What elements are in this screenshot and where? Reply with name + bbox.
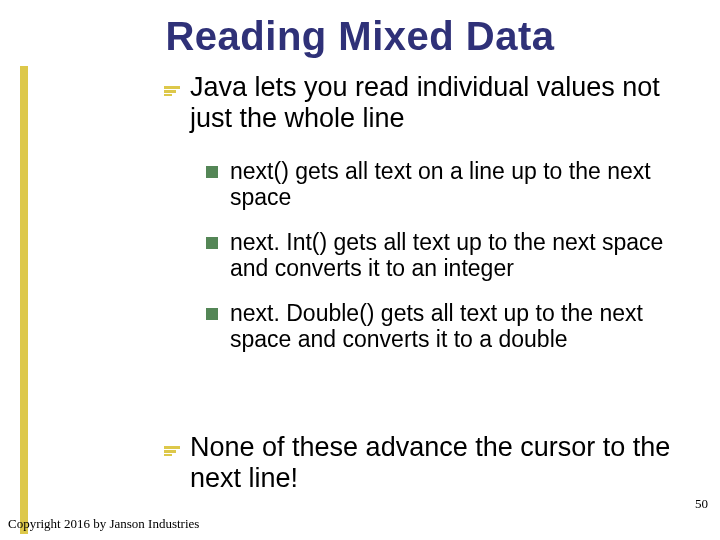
copyright-footer: Copyright 2016 by Janson Industries [8,516,199,532]
list-item: None of these advance the cursor to the … [164,432,684,494]
svg-rect-0 [164,86,180,89]
bullet-list-level1: Java lets you read individual values not… [164,72,684,148]
decoration-sidebar [20,66,28,534]
list-item-text: next. Int() gets all text up to the next… [230,229,686,282]
svg-rect-2 [164,94,172,96]
list-item-text: Java lets you read individual values not… [190,72,684,134]
svg-rect-1 [164,90,176,93]
bullet-list-level1-closing: None of these advance the cursor to the … [164,420,684,508]
svg-rect-3 [164,446,180,449]
bullet-marker-icon [164,86,180,96]
svg-rect-4 [164,450,176,453]
square-bullet-icon [206,166,218,178]
list-item-text: next() gets all text on a line up to the… [230,158,686,211]
list-item-text: None of these advance the cursor to the … [190,432,684,494]
list-item: next. Int() gets all text up to the next… [206,229,686,282]
slide: Reading Mixed Data Java lets you read in… [0,0,720,540]
list-item: next. Double() gets all text up to the n… [206,300,686,353]
svg-rect-5 [164,454,172,456]
square-bullet-icon [206,237,218,249]
list-item-text: next. Double() gets all text up to the n… [230,300,686,353]
list-item: Java lets you read individual values not… [164,72,684,134]
bullet-list-level2: next() gets all text on a line up to the… [206,158,686,371]
page-number: 50 [695,496,708,512]
bullet-marker-icon [164,446,180,456]
list-item: next() gets all text on a line up to the… [206,158,686,211]
slide-title: Reading Mixed Data [0,0,720,59]
square-bullet-icon [206,308,218,320]
